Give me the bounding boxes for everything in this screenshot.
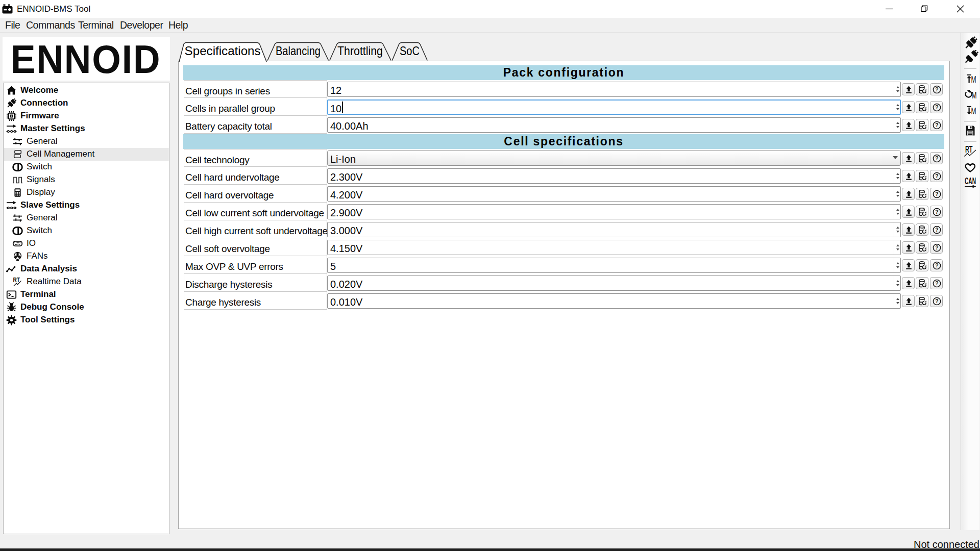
svg-text:M: M: [971, 74, 976, 84]
svg-text:M: M: [971, 106, 976, 115]
svg-text:?: ?: [935, 280, 938, 286]
svg-text:?: ?: [935, 104, 938, 110]
svg-text:?: ?: [935, 209, 938, 215]
svg-text:CAN: CAN: [965, 177, 976, 186]
svg-text:?: ?: [935, 298, 938, 304]
svg-text:Throttling: Throttling: [337, 44, 383, 58]
svg-text:SoC: SoC: [400, 44, 420, 58]
svg-text:?: ?: [935, 173, 938, 179]
svg-text:M: M: [972, 90, 977, 99]
svg-text:RT: RT: [965, 144, 973, 155]
svg-text:?: ?: [935, 86, 938, 92]
svg-text:Balancing: Balancing: [276, 44, 321, 58]
svg-text:?: ?: [935, 191, 938, 197]
svg-text:?: ?: [935, 227, 938, 233]
svg-text:?: ?: [935, 244, 938, 251]
svg-text:?: ?: [935, 122, 938, 128]
svg-text:?: ?: [935, 155, 938, 161]
svg-text:Specifications: Specifications: [185, 44, 261, 58]
svg-text:?: ?: [935, 262, 938, 268]
